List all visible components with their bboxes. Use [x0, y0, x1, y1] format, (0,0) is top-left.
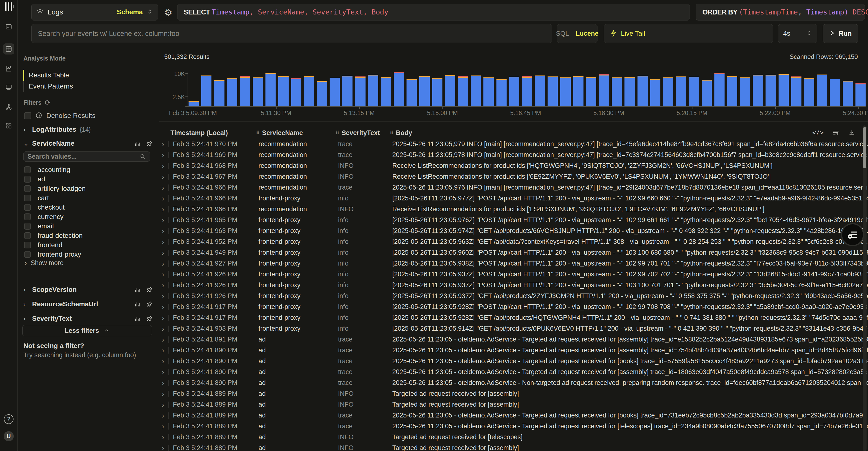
- table-row[interactable]: ›Feb 3 5:24:41.926 PMfrontend-proxyinfo[…: [159, 291, 868, 301]
- table-row[interactable]: ›Feb 3 5:24:41.926 PMfrontend-proxyinfo[…: [159, 269, 868, 280]
- refresh-interval-select[interactable]: 4s: [778, 24, 817, 43]
- scrollbar-thumb[interactable]: [863, 127, 866, 168]
- chart-bar[interactable]: [304, 76, 314, 106]
- show-more-button[interactable]: › Show more: [25, 259, 64, 267]
- expand-row-icon[interactable]: ›: [162, 162, 168, 170]
- download-icon[interactable]: [848, 129, 856, 136]
- service-value-artillery-loadgen[interactable]: artillery-loadgen: [24, 184, 86, 193]
- pin-icon[interactable]: [146, 315, 153, 322]
- checkbox[interactable]: [24, 251, 31, 258]
- table-row[interactable]: ›Feb 3 5:24:41.927 PMfrontend-proxyinfo[…: [159, 258, 868, 269]
- chart-bar[interactable]: [830, 79, 840, 106]
- chart-bar[interactable]: [753, 75, 763, 106]
- chart-bar[interactable]: [804, 78, 814, 106]
- chart-bar[interactable]: [779, 74, 789, 106]
- chart-bar[interactable]: [740, 78, 750, 106]
- expand-row-icon[interactable]: ›: [162, 346, 168, 355]
- chart-bar[interactable]: [843, 81, 853, 106]
- service-map-icon[interactable]: [3, 101, 14, 112]
- chevron-updown-icon[interactable]: [147, 8, 153, 16]
- chart-bar[interactable]: [330, 78, 340, 106]
- denoise-checkbox[interactable]: [24, 112, 31, 119]
- checkbox[interactable]: [24, 194, 31, 201]
- bar-chart-icon[interactable]: [134, 286, 141, 293]
- chart-bar[interactable]: [650, 79, 660, 106]
- expand-row-icon[interactable]: ›: [162, 357, 168, 365]
- expand-row-icon[interactable]: ›: [162, 270, 168, 278]
- chart-bar[interactable]: [317, 81, 327, 106]
- chart-bar[interactable]: [766, 75, 776, 106]
- table-row[interactable]: ›Feb 3 5:24:41.889 PMadtrace2025-05-26 1…: [159, 410, 868, 421]
- column-header-timestamp[interactable]: Timestamp (Local): [170, 129, 256, 137]
- chart-bar[interactable]: [663, 78, 673, 106]
- table-row[interactable]: ›Feb 3 5:24:41.969 PMrecommendationtrace…: [159, 150, 868, 160]
- table-row[interactable]: ›Feb 3 5:24:41.889 PMadINFOTargeted ad r…: [159, 432, 868, 443]
- filter-group-severitytext[interactable]: ›SeverityText: [23, 315, 153, 323]
- table-row[interactable]: ›Feb 3 5:24:41.967 PMrecommendationINFOR…: [159, 171, 868, 182]
- expand-row-icon[interactable]: ›: [162, 216, 168, 224]
- expand-row-icon[interactable]: ›: [162, 412, 168, 420]
- checkbox[interactable]: [24, 185, 31, 192]
- table-row[interactable]: ›Feb 3 5:24:41.889 PMadtrace2025-05-26 1…: [159, 421, 868, 432]
- chart-bar[interactable]: [509, 77, 519, 106]
- chart-bar[interactable]: [638, 76, 648, 106]
- chart-bar[interactable]: [214, 80, 224, 106]
- table-row[interactable]: ›Feb 3 5:24:41.926 PMfrontend-proxyinfo[…: [159, 280, 868, 291]
- chart-bar[interactable]: [240, 76, 250, 106]
- bar-chart-icon[interactable]: [134, 140, 141, 147]
- service-value-ad[interactable]: ad: [24, 175, 45, 184]
- table-row[interactable]: ›Feb 3 5:24:41.889 PMadINFOTargeted ad r…: [159, 443, 868, 451]
- expand-row-icon[interactable]: ›: [162, 151, 168, 159]
- chart-bar[interactable]: [535, 76, 545, 106]
- chart-bar[interactable]: [278, 76, 288, 106]
- table-row[interactable]: ›Feb 3 5:24:41.917 PMfrontend-proxyinfo[…: [159, 301, 868, 312]
- chart-bar[interactable]: [574, 76, 584, 106]
- expand-row-icon[interactable]: ›: [162, 194, 168, 203]
- chart-bar[interactable]: [612, 78, 622, 106]
- chart-bar[interactable]: [791, 77, 802, 106]
- chart-bar[interactable]: [560, 78, 570, 106]
- table-row[interactable]: ›Feb 3 5:24:41.889 PMadINFOTargeted ad r…: [159, 399, 868, 410]
- expand-row-icon[interactable]: ›: [162, 249, 168, 257]
- checkbox[interactable]: [24, 242, 31, 248]
- table-row[interactable]: ›Feb 3 5:24:41.890 PMadtrace2025-05-26 1…: [159, 378, 868, 388]
- drag-handle-icon[interactable]: ⠿: [390, 130, 393, 136]
- table-row[interactable]: ›Feb 3 5:24:41.890 PMadtrace2025-05-26 1…: [159, 345, 868, 356]
- chart-bar[interactable]: [291, 78, 301, 106]
- service-value-fraud-detection[interactable]: fraud-detection: [24, 231, 83, 240]
- expand-row-icon[interactable]: ›: [162, 238, 168, 246]
- table-row[interactable]: ›Feb 3 5:24:41.917 PMfrontend-proxyinfo[…: [159, 312, 868, 323]
- chart-bar[interactable]: [856, 83, 866, 106]
- chart-bar[interactable]: [548, 77, 558, 106]
- table-row[interactable]: ›Feb 3 5:24:41.968 PMrecommendationINFOR…: [159, 160, 868, 171]
- table-row[interactable]: ›Feb 3 5:24:41.891 PMadtrace2025-05-26 1…: [159, 334, 868, 345]
- chart-bar[interactable]: [227, 78, 237, 106]
- table-row[interactable]: ›Feb 3 5:24:41.890 PMadtrace2025-05-26 1…: [159, 356, 868, 367]
- lucene-toggle[interactable]: Lucene: [576, 30, 599, 37]
- chart-bar[interactable]: [253, 78, 263, 106]
- checkbox[interactable]: [24, 204, 31, 211]
- expand-row-icon[interactable]: ›: [162, 303, 168, 311]
- chart-bar[interactable]: [817, 74, 827, 106]
- chart-bar[interactable]: [586, 77, 596, 106]
- orderby-editor[interactable]: ORDER BY (TimestampTime, Timestamp) DESC: [696, 4, 865, 21]
- chart-bar[interactable]: [689, 77, 699, 106]
- drag-handle-icon[interactable]: ⠿: [336, 130, 339, 136]
- filter-group-scopeversion[interactable]: ›ScopeVersion: [23, 286, 153, 294]
- chart-bar[interactable]: [355, 77, 365, 106]
- chart-bar[interactable]: [702, 80, 712, 106]
- help-icon[interactable]: ?: [4, 414, 13, 424]
- expand-row-icon[interactable]: ›: [162, 422, 168, 430]
- expand-row-icon[interactable]: ›: [162, 444, 168, 451]
- clickhouse-logo-icon[interactable]: [5, 2, 13, 10]
- checkbox[interactable]: [24, 223, 31, 230]
- chart-bar[interactable]: [445, 75, 455, 106]
- filter-group-logattributes[interactable]: › LogAttributes {14}: [23, 126, 153, 133]
- checkbox[interactable]: [24, 167, 31, 173]
- table-row[interactable]: ›Feb 3 5:24:41.952 PMfrontend-proxyinfo[…: [159, 236, 868, 247]
- chart-bar[interactable]: [406, 79, 416, 106]
- vertical-scrollbar[interactable]: [863, 125, 867, 451]
- expand-row-icon[interactable]: ›: [162, 260, 168, 268]
- pin-icon[interactable]: [146, 140, 153, 147]
- table-row[interactable]: ›Feb 3 5:24:41.970 PMrecommendationtrace…: [159, 139, 868, 150]
